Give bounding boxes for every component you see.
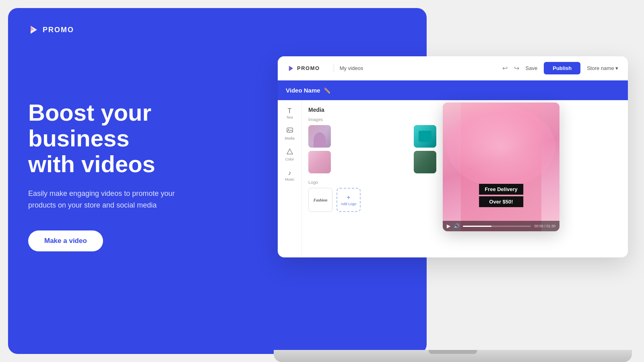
app-topbar: PROMO My videos ↩ ↪ Save Publish Store n… [278,56,628,80]
sidebar-nav: T Text [278,100,302,257]
video-controls-bar: ▶ 🔊 00:56 / 01:30 [443,221,559,231]
text-label: Text [286,115,293,119]
add-logo-plus-icon: + [347,194,350,201]
image-thumb-2[interactable] [414,125,436,148]
video-overlay-line2: Over $50! [479,196,523,207]
page-wrapper: PROMO Boost your business with videos Ea… [0,0,644,362]
volume-icon[interactable]: 🔊 [454,223,460,229]
video-content: Free Delivery Over $50! ▶ 🔊 00:56 / 01:3… [443,103,559,231]
nav-divider [334,64,334,72]
color-icon [287,148,293,156]
music-label: Music [285,177,295,181]
redo-icon[interactable]: ↪ [514,64,519,72]
video-overlay-line1: Free Delivery [479,184,523,195]
app-logo-icon [287,65,295,72]
video-preview: Free Delivery Over $50! ▶ 🔊 00:56 / 01:3… [443,103,559,231]
app-logo: PROMO [287,65,320,72]
undo-icon[interactable]: ↩ [502,64,508,72]
logo-area: PROMO [28,24,407,35]
hero-content: Boost your business with videos Easily m… [28,100,250,251]
music-icon: ♪ [288,169,291,177]
color-label: Color [285,157,294,161]
fashion-logo[interactable]: Fashion [308,188,332,212]
video-text-overlay: Free Delivery Over $50! [479,184,523,207]
pencil-icon[interactable]: ✏️ [324,87,330,94]
media-icon [287,128,293,136]
publish-button[interactable]: Publish [544,62,580,74]
app-logo-text: PROMO [297,65,320,71]
my-videos-link[interactable]: My videos [340,65,363,71]
video-name-bar: Video Name ✏️ [278,80,628,100]
time-display: 00:56 / 01:30 [534,224,555,228]
svg-rect-4 [287,128,293,132]
media-label: Media [285,136,295,140]
sidebar-item-media[interactable]: Media [278,123,301,144]
progress-bar[interactable] [463,226,531,227]
image-thumb-4[interactable] [308,151,331,173]
add-logo-box[interactable]: + Add Logo [336,188,361,212]
add-logo-text: Add Logo [341,202,357,206]
image-thumb-1[interactable] [308,125,331,148]
play-icon[interactable]: ▶ [447,223,450,229]
image-thumb-5[interactable] [414,151,436,173]
svg-point-5 [288,129,289,130]
sidebar-item-color[interactable]: Color [278,144,301,165]
text-icon: T [288,107,292,115]
logo-text: PROMO [43,26,74,34]
store-name: Store name ▾ [587,65,618,71]
sidebar-item-music[interactable]: ♪ Music [278,165,301,185]
laptop-notch [429,350,477,354]
save-button[interactable]: Save [526,65,538,71]
laptop-base [274,350,632,362]
hero-subtitle: Easily make engaging videos to promote y… [28,188,197,211]
cta-button[interactable]: Make a video [28,230,103,251]
hero-title: Boost your business with videos [28,100,250,177]
topbar-right: ↩ ↪ Save Publish Store name ▾ [502,62,618,74]
progress-fill [463,226,491,227]
video-name-text: Video Name [286,87,320,94]
sidebar-item-text[interactable]: T Text [278,103,301,123]
promo-logo-icon [28,24,39,35]
